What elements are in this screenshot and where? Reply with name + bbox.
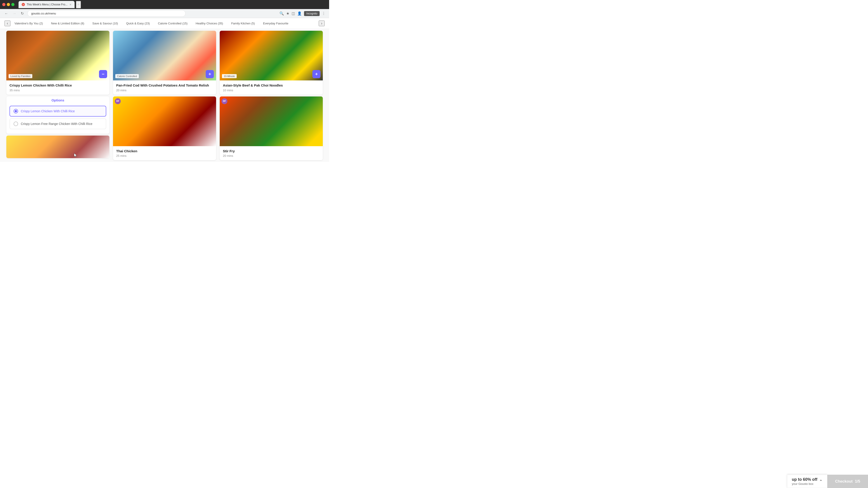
card-title-lemon-chicken: Crispy Lemon Chicken With Chilli Rice [9,83,106,88]
card-image-cod[interactable]: Calorie Controlled + [113,31,216,80]
card-title-stir: Stir Fry [223,149,320,153]
df-badge-stir: DF [221,98,227,104]
recipe-grid: Loved by Families − Crispy Lemon Chicken… [0,29,329,162]
radio-circle-1 [13,109,18,113]
card-title-cod: Pan-Fried Cod With Crushed Potatoes And … [116,83,213,88]
category-items: Valentine's By You (2) New & Limited Edi… [10,19,319,28]
recipe-card-partial [6,135,110,158]
cat-item-calorie[interactable]: Calorie Controlled (15) [154,19,192,28]
card-badge-calorie: Calorie Controlled [115,74,139,78]
options-panel: Options Crispy Lemon Chicken With Chilli… [6,96,110,134]
minimize-window-button[interactable] [7,3,10,6]
back-button[interactable]: ← [4,11,9,17]
close-window-button[interactable] [2,3,5,6]
address-bar: ← → ↻ 🔍 ★ ◫ 👤 Incognito ⋮ [0,9,329,18]
recipe-card-beef: 10-Minute + Asian-Style Beef & Pak Choi … [220,31,323,95]
recipe-card-col2: Calorie Controlled + Pan-Fried Cod With … [111,29,218,162]
radio-dot-1 [15,110,17,112]
card-title-beef: Asian-Style Beef & Pak Choi Noodles [223,83,320,88]
main-content: Loved by Families − Crispy Lemon Chicken… [0,29,329,162]
menu-icon[interactable]: ⋮ [322,11,326,15]
option-1[interactable]: Crispy Lemon Chicken With Chilli Rice [9,106,106,117]
maximize-window-button[interactable] [11,3,14,6]
card-time-stir: 20 mins [223,154,320,158]
cat-item-new-limited[interactable]: New & Limited Edition (8) [47,19,88,28]
card-title-thai: Thai Chicken [116,149,213,153]
bookmark-icon[interactable]: ★ [286,11,289,15]
card-time-beef: 10 mins [223,89,320,92]
tab-close-button[interactable]: ✕ [69,3,71,6]
tab-favicon: G [22,3,25,6]
recipe-card-lemon-chicken: Loved by Families − Crispy Lemon Chicken… [6,31,110,95]
card-time-thai: 25 mins [116,154,213,158]
new-tab-button[interactable]: + [76,1,81,8]
card-badge-loved: Loved by Families [8,74,32,78]
card-time-cod: 20 mins [116,89,213,92]
add-cod-button[interactable]: + [206,70,214,78]
cat-item-save-savour[interactable]: Save & Savour (10) [88,19,122,28]
active-tab[interactable]: G This Week's Menu | Choose Fro... ✕ [19,1,74,8]
card-body-cod: Pan-Fried Cod With Crushed Potatoes And … [113,80,216,95]
recipe-card-col3: 10-Minute + Asian-Style Beef & Pak Choi … [218,29,324,162]
radio-circle-2 [13,122,18,126]
card-body-stir: Stir Fry 20 mins [220,146,323,160]
card-image-lemon-chicken[interactable]: Loved by Families − [6,31,110,80]
forward-button[interactable]: → [12,11,17,17]
option-2[interactable]: Crispy Lemon Free Range Chicken With Chi… [9,119,106,129]
recipe-card-thai: DF Thai Chicken 25 mins [113,96,216,160]
cat-item-everyday[interactable]: Everyday Favourite [259,19,292,28]
cat-item-healthy[interactable]: Healthy Choices (35) [192,19,227,28]
card-body-thai: Thai Chicken 25 mins [113,146,216,160]
recipe-card-stir: DF Stir Fry 20 mins [220,96,323,160]
search-icon[interactable]: 🔍 [279,11,284,15]
option-label-2: Crispy Lemon Free Range Chicken With Chi… [21,122,92,126]
cat-item-valentines[interactable]: Valentine's By You (2) [10,19,47,28]
df-badge-thai: DF [115,98,121,104]
cat-item-quick-easy[interactable]: Quick & Easy (23) [122,19,154,28]
card-image-beef[interactable]: 10-Minute + [220,31,323,80]
profile-icon[interactable]: 👤 [297,11,302,15]
category-nav-right[interactable]: › [319,21,324,26]
options-title: Options [6,96,110,104]
tab-bar: G This Week's Menu | Choose Fro... ✕ + [19,1,327,8]
address-input[interactable] [27,10,186,17]
card-body-lemon-chicken: Crispy Lemon Chicken With Chilli Rice 35… [6,80,110,95]
card-time-lemon-chicken: 35 mins [9,89,106,92]
recipe-card-1: Loved by Families − Crispy Lemon Chicken… [4,29,111,162]
card-image-stir[interactable]: DF [220,96,323,146]
incognito-badge: Incognito [304,11,320,16]
tab-title: This Week's Menu | Choose Fro... [27,3,68,6]
card-image-thai[interactable]: DF [113,96,216,146]
card-badge-10min: 10-Minute [222,74,237,78]
cat-item-family[interactable]: Family Kitchen (5) [227,19,259,28]
extensions-icon[interactable]: ◫ [291,11,295,15]
reload-button[interactable]: ↻ [20,10,25,17]
recipe-card-cod: Calorie Controlled + Pan-Fried Cod With … [113,31,216,95]
toolbar-icons: 🔍 ★ ◫ 👤 Incognito ⋮ [279,11,326,16]
card-image-partial [6,135,110,158]
window-controls [2,3,14,6]
category-nav: ‹ Valentine's By You (2) New & Limited E… [0,18,329,29]
option-label-1: Crispy Lemon Chicken With Chilli Rice [21,109,75,113]
card-body-beef: Asian-Style Beef & Pak Choi Noodles 10 m… [220,80,323,95]
browser-chrome: G This Week's Menu | Choose Fro... ✕ + [0,0,329,9]
options-list: Crispy Lemon Chicken With Chilli Rice Cr… [6,104,110,132]
remove-lemon-chicken-button[interactable]: − [99,70,107,78]
category-nav-left[interactable]: ‹ [4,21,10,26]
add-beef-button[interactable]: + [312,70,320,78]
